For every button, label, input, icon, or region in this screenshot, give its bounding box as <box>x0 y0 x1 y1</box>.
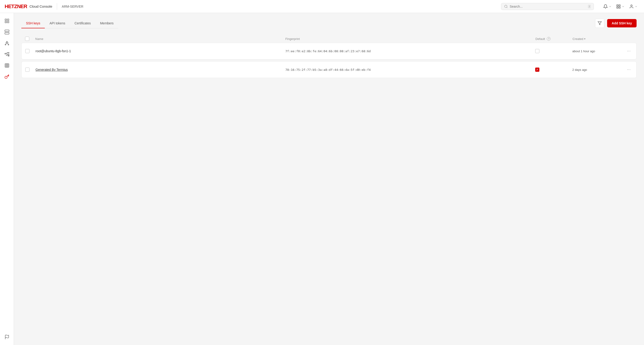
add-ssh-key-button[interactable]: Add SSH key <box>607 19 636 28</box>
svg-rect-3 <box>619 7 620 8</box>
chevron-down-icon <box>622 5 624 8</box>
sidebar-item-dashboard[interactable] <box>2 16 12 26</box>
tab-bar: SSH keys API tokens Certificates Members <box>21 19 118 28</box>
chevron-down-icon <box>609 5 612 8</box>
svg-rect-9 <box>5 21 6 23</box>
svg-point-15 <box>5 44 6 45</box>
row2-checkbox[interactable] <box>25 68 30 72</box>
chevron-down-icon <box>635 5 638 8</box>
tab-api-tokens[interactable]: API tokens <box>45 19 70 28</box>
sort-icon: ▾ <box>584 37 586 40</box>
svg-point-5 <box>631 5 632 6</box>
bell-icon <box>603 4 608 9</box>
col-name: Name <box>35 37 285 41</box>
sidebar-item-servers[interactable] <box>2 27 12 37</box>
network-icon <box>4 52 10 57</box>
col-fingerprint: Fingerprint <box>285 37 536 41</box>
row1-default-cell[interactable] <box>535 49 572 53</box>
svg-point-14 <box>6 41 8 42</box>
load-balancer-icon <box>4 41 10 46</box>
svg-rect-20 <box>8 56 9 57</box>
tab-certificates[interactable]: Certificates <box>70 19 95 28</box>
svg-rect-7 <box>7 19 8 21</box>
row1-name: root@ubuntu-8gb-fsn1-1 <box>36 49 285 53</box>
nav-divider <box>57 3 57 10</box>
svg-rect-1 <box>617 5 618 6</box>
topnav-icons <box>601 3 639 10</box>
row1-actions-cell: ··· <box>619 47 633 55</box>
svg-rect-6 <box>5 19 6 21</box>
svg-point-0 <box>504 5 507 8</box>
filter-icon <box>598 21 602 25</box>
svg-point-16 <box>8 44 9 45</box>
firewall-icon <box>4 63 10 68</box>
table-row: root@ubuntu-8gb-fsn1-1 7f:ee:f0:e2:8b:fe… <box>21 43 636 60</box>
sidebar-item-networks[interactable] <box>2 49 12 60</box>
sidebar-item-load-balancers[interactable] <box>2 38 12 48</box>
col-default-label: Default <box>536 37 545 41</box>
apps-button[interactable] <box>614 3 626 10</box>
main-content: SSH keys API tokens Certificates Members… <box>14 13 644 345</box>
svg-point-26 <box>5 76 7 79</box>
row1-checkbox[interactable] <box>25 49 30 53</box>
top-navigation: HETZNER Cloud Console ARM-SERVER / <box>0 0 644 13</box>
col-fingerprint-label: Fingerprint <box>285 37 300 41</box>
svg-rect-21 <box>5 64 9 68</box>
search-bar[interactable]: / <box>501 3 594 10</box>
select-all-checkbox[interactable] <box>25 37 35 41</box>
table-row: Generated By Termius 78:16:75:2f:77:b5:3… <box>21 61 636 78</box>
brand-name: HETZNER <box>5 4 27 10</box>
user-icon <box>629 4 634 9</box>
row1-actions-button[interactable]: ··· <box>625 47 633 55</box>
key-icon <box>4 74 10 79</box>
search-icon <box>504 5 508 8</box>
svg-rect-4 <box>617 7 618 8</box>
grid-icon <box>616 4 621 9</box>
row2-default-checkbox[interactable] <box>535 68 539 72</box>
notifications-button[interactable] <box>601 3 614 10</box>
svg-rect-18 <box>8 53 9 53</box>
toolbar: Add SSH key <box>595 19 636 28</box>
sidebar-item-firewalls[interactable] <box>2 60 12 71</box>
tab-ssh-keys[interactable]: SSH keys <box>21 19 45 28</box>
row1-created: about 1 hour ago <box>572 50 619 53</box>
server-icon <box>4 30 10 35</box>
svg-rect-19 <box>8 54 9 55</box>
ssh-keys-table: Name Fingerprint Default ? Created ▾ roo… <box>21 35 636 78</box>
svg-rect-10 <box>5 30 9 32</box>
row2-name: Generated By Termius <box>36 68 285 72</box>
account-button[interactable] <box>627 3 639 10</box>
sidebar-item-flag[interactable] <box>2 332 12 342</box>
header-checkbox[interactable] <box>25 37 29 41</box>
grid-icon <box>4 18 10 24</box>
filter-button[interactable] <box>595 19 604 28</box>
row1-default-checkbox[interactable] <box>535 49 539 53</box>
flag-icon <box>4 334 10 340</box>
row2-default-cell[interactable] <box>535 68 572 72</box>
row2-checkbox-cell[interactable] <box>25 68 36 72</box>
row2-actions-button[interactable]: ··· <box>625 66 633 74</box>
row2-fingerprint: 78:16:75:2f:77:b5:3a:a8:df:44:66:da:5f:d… <box>285 68 535 72</box>
row1-fingerprint: 7f:ee:f0:e2:8b:fe:64:04:6b:08:08:af:23:e… <box>285 50 535 53</box>
sidebar-item-ssh-keys[interactable] <box>2 72 12 82</box>
row2-created: 2 days ago <box>572 68 619 72</box>
col-created[interactable]: Created ▾ <box>572 37 619 41</box>
project-name[interactable]: ARM-SERVER <box>62 5 83 8</box>
col-default: Default ? <box>536 37 572 41</box>
logo: HETZNER Cloud Console <box>5 4 52 10</box>
svg-rect-8 <box>7 21 8 23</box>
default-help-icon: ? <box>547 37 550 41</box>
row2-actions-cell: ··· <box>619 66 633 74</box>
sidebar <box>0 13 14 345</box>
svg-rect-17 <box>5 53 6 54</box>
col-created-label: Created <box>572 37 583 41</box>
tab-members[interactable]: Members <box>95 19 118 28</box>
product-name: Cloud Console <box>30 5 52 8</box>
col-name-label: Name <box>35 37 44 41</box>
row1-checkbox-cell[interactable] <box>25 49 36 53</box>
svg-marker-28 <box>598 22 601 25</box>
search-input[interactable] <box>510 5 586 8</box>
svg-rect-2 <box>619 5 620 6</box>
table-header: Name Fingerprint Default ? Created ▾ <box>21 35 636 43</box>
svg-rect-11 <box>5 33 9 34</box>
